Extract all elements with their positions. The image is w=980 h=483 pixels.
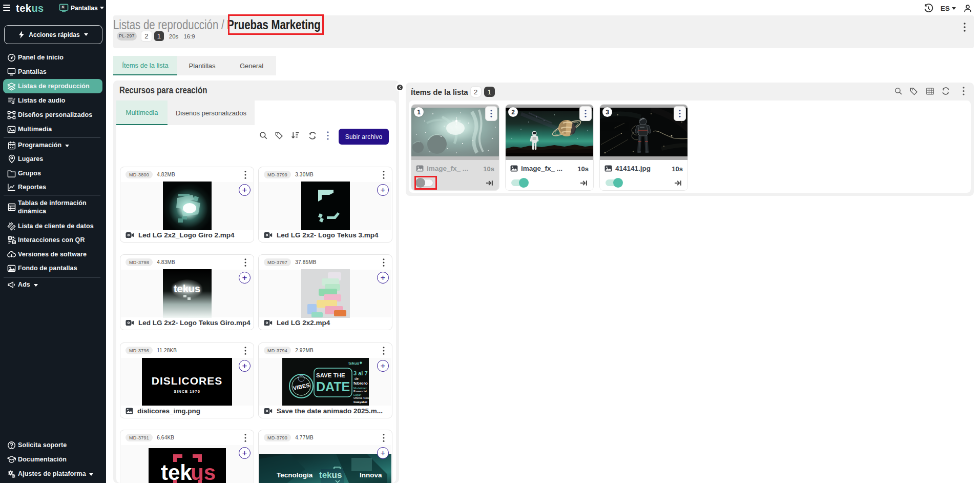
svg-text:Presencial: Presencial [353,390,367,393]
svg-text:febrero: febrero [353,381,368,386]
svg-text:Oficina Tekus: Oficina Tekus [353,396,369,399]
svg-text:DATE: DATE [316,379,350,394]
svg-text:Innova: Innova [360,471,382,479]
svg-text:us: us [191,460,216,483]
svg-text:SAVE THE: SAVE THE [316,372,345,378]
svg-text:tekus: tekus [319,470,342,480]
svg-text:tekus⁕: tekus⁕ [348,361,363,366]
svg-text:tekus: tekus [173,283,200,294]
svg-text:Guayabal: Guayabal [353,400,367,404]
svg-text:de: de [355,377,359,380]
svg-text:3 al 7: 3 al 7 [353,370,368,376]
svg-text:Tecnología: Tecnología [277,471,313,479]
svg-text:SINCE 1976: SINCE 1976 [174,389,200,394]
svg-text:tek: tek [161,460,192,483]
svg-text:DISLICORES: DISLICORES [152,375,222,387]
svg-text:K: K [62,5,65,9]
